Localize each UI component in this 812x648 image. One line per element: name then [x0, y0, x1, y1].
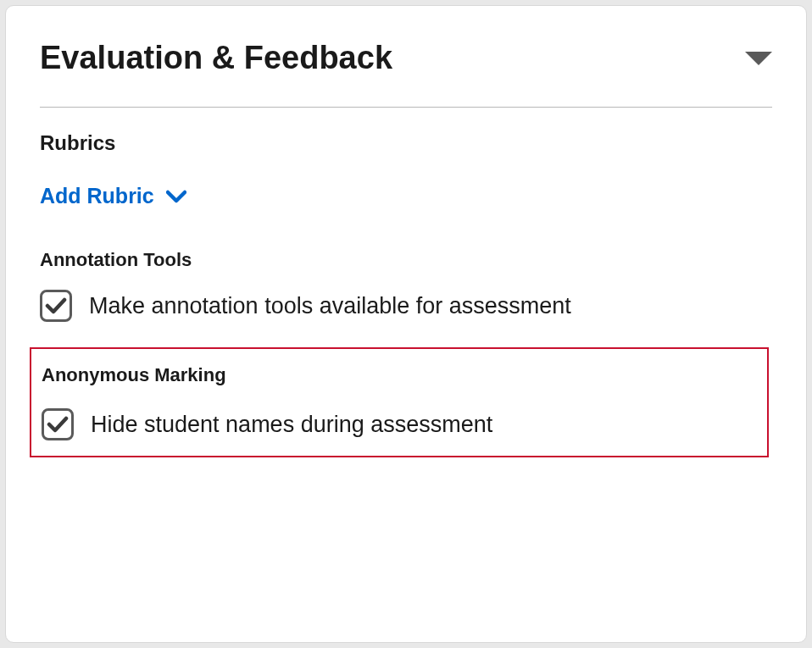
- divider: [40, 107, 772, 108]
- panel-title: Evaluation & Feedback: [40, 40, 392, 76]
- anonymous-checkbox[interactable]: [42, 408, 74, 440]
- annotation-checkbox-label: Make annotation tools available for asse…: [89, 293, 571, 319]
- collapse-chevron-icon[interactable]: [745, 52, 772, 65]
- add-rubric-button[interactable]: Add Rubric: [40, 184, 186, 208]
- anonymous-checkbox-row: Hide student names during assessment: [42, 408, 757, 440]
- panel-header[interactable]: Evaluation & Feedback: [40, 40, 772, 76]
- annotation-tools-label: Annotation Tools: [40, 249, 772, 271]
- checkmark-icon: [47, 415, 69, 434]
- anonymous-marking-highlight: Anonymous Marking Hide student names dur…: [30, 347, 769, 457]
- add-rubric-label: Add Rubric: [40, 184, 154, 208]
- checkmark-icon: [45, 296, 67, 315]
- evaluation-feedback-panel: Evaluation & Feedback Rubrics Add Rubric…: [5, 5, 807, 643]
- chevron-down-icon: [166, 184, 186, 208]
- annotation-checkbox[interactable]: [40, 290, 72, 322]
- anonymous-marking-label: Anonymous Marking: [42, 364, 757, 386]
- anonymous-checkbox-label: Hide student names during assessment: [91, 412, 492, 438]
- annotation-checkbox-row: Make annotation tools available for asse…: [40, 290, 772, 322]
- rubrics-label: Rubrics: [40, 131, 772, 155]
